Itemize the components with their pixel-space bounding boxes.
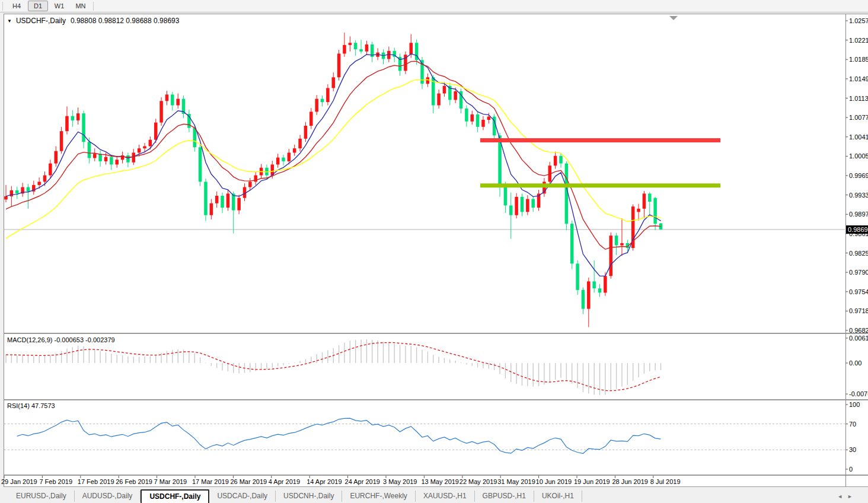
ohlc-values: 0.98808 0.98812 0.98688 0.98693	[71, 17, 180, 25]
date-tick-label: 4 Apr 2019	[269, 478, 300, 485]
toolbar-divider	[2, 2, 3, 11]
timeframe-toolbar: H4D1W1MN	[0, 0, 868, 12]
rsi-tick-label: 70	[849, 421, 856, 428]
chart-tab-xauusdh1[interactable]: XAUUSD-,H1	[416, 491, 475, 502]
date-tick-label: 13 May 2019	[421, 478, 459, 485]
price-tick-label: 0.98250	[849, 250, 868, 257]
panel-splitter[interactable]	[4, 399, 868, 400]
chart-tab-ukoilh1[interactable]: UKOil-,H1	[534, 491, 582, 502]
macd-tick-label: -0.007612	[849, 390, 868, 397]
symbol-dropdown-icon[interactable]: ▼	[7, 18, 12, 24]
rsi-label: RSI(14) 47.7573	[7, 402, 55, 409]
main-chart-area[interactable]	[4, 14, 845, 333]
timeframe-button-w1[interactable]: W1	[49, 1, 69, 11]
date-tick-label: 29 Jan 2019	[1, 478, 37, 485]
panel-splitter[interactable]	[4, 333, 868, 334]
current-price-tag: 0.98693	[846, 225, 868, 234]
price-tick-label: 1.00050	[849, 152, 868, 160]
rsi-tick-label: 100	[849, 401, 860, 408]
price-tick-label: 0.96820	[849, 327, 868, 334]
chart-tab-audusddaily[interactable]: AUDUSD-,Daily	[75, 491, 141, 502]
rsi-panel[interactable]	[4, 400, 845, 475]
date-tick-label: 14 Apr 2019	[307, 478, 342, 485]
toolbar-divider	[93, 2, 94, 11]
date-tick-label: 26 Mar 2019	[230, 478, 267, 485]
price-tick-label: 1.01490	[849, 75, 868, 82]
tab-scroll-arrows[interactable]: ◄►	[837, 494, 857, 499]
rsi-tick-label: 0	[849, 466, 853, 473]
macd-tick-label: 0.00	[849, 359, 861, 367]
price-tick-label: 1.01850	[849, 56, 868, 63]
tab-next-icon[interactable]: ►	[847, 494, 857, 499]
date-tick-label: 8 Jul 2019	[650, 478, 681, 485]
macd-tick-label: 0.00613	[849, 335, 868, 342]
chart-tab-eurchfweekly[interactable]: EURCHF-,Weekly	[342, 491, 415, 502]
timeframe-button-h4[interactable]: H4	[7, 1, 27, 11]
price-tick-label: 0.99330	[849, 192, 868, 199]
date-tick-label: 7 Feb 2019	[39, 478, 72, 485]
chart-tab-eurusddaily[interactable]: EURUSD-,Daily	[8, 491, 75, 502]
chart-tab-gbpusdh1[interactable]: GBPUSD-,H1	[475, 491, 534, 502]
symbol-label: USDCHF-,Daily	[16, 17, 66, 25]
date-tick-label: 7 Mar 2019	[154, 478, 187, 485]
date-tick-label: 24 Apr 2019	[345, 478, 380, 485]
date-tick-label: 28 Jun 2019	[612, 478, 648, 485]
symbol-tab-bar: EURUSD-,DailyAUDUSD-,DailyUSDCHF-,DailyU…	[0, 487, 868, 503]
date-tick-label: 17 Mar 2019	[192, 478, 229, 485]
date-tick-label: 17 Feb 2019	[78, 478, 114, 485]
chart-title: ▼USDCHF-,Daily0.98808 0.98812 0.98688 0.…	[7, 17, 179, 25]
price-tick-label: 1.00410	[849, 133, 868, 141]
chart-tab-usdchfdaily[interactable]: USDCHF-,Daily	[141, 489, 209, 503]
date-tick-label: 3 May 2019	[383, 478, 417, 485]
date-tick-label: 10 Jun 2019	[536, 478, 572, 485]
price-tick-label: 0.97900	[849, 269, 868, 276]
price-tick-label: 0.97540	[849, 288, 868, 295]
price-tick-label: 1.01130	[849, 95, 868, 102]
timeframe-button-mn[interactable]: MN	[71, 1, 91, 11]
timeframe-button-d1[interactable]: D1	[28, 1, 48, 11]
price-axis-separator	[845, 14, 846, 487]
price-tick-label: 1.00770	[849, 114, 868, 121]
chart-tab-usdcaddaily[interactable]: USDCAD-,Daily	[209, 491, 276, 502]
panel-splitter	[4, 475, 868, 476]
date-tick-label: 31 May 2019	[497, 478, 535, 485]
chart-tab-usdcnhdaily[interactable]: USDCNH-,Daily	[276, 491, 342, 502]
price-tick-label: 0.97180	[849, 307, 868, 314]
date-tick-label: 22 May 2019	[459, 478, 497, 485]
price-tick-label: 1.02570	[849, 17, 868, 24]
macd-panel[interactable]	[4, 334, 845, 399]
date-tick-label: 26 Feb 2019	[116, 478, 152, 485]
price-tick-label: 0.99690	[849, 172, 868, 179]
price-tick-label: 1.02210	[849, 37, 868, 44]
tab-prev-icon[interactable]: ◄	[837, 494, 847, 499]
rsi-tick-label: 30	[849, 446, 856, 453]
date-tick-label: 19 Jun 2019	[574, 478, 610, 485]
price-tick-label: 0.98970	[849, 211, 868, 218]
macd-label: MACD(12,26,9) -0.000653 -0.002379	[7, 336, 115, 343]
